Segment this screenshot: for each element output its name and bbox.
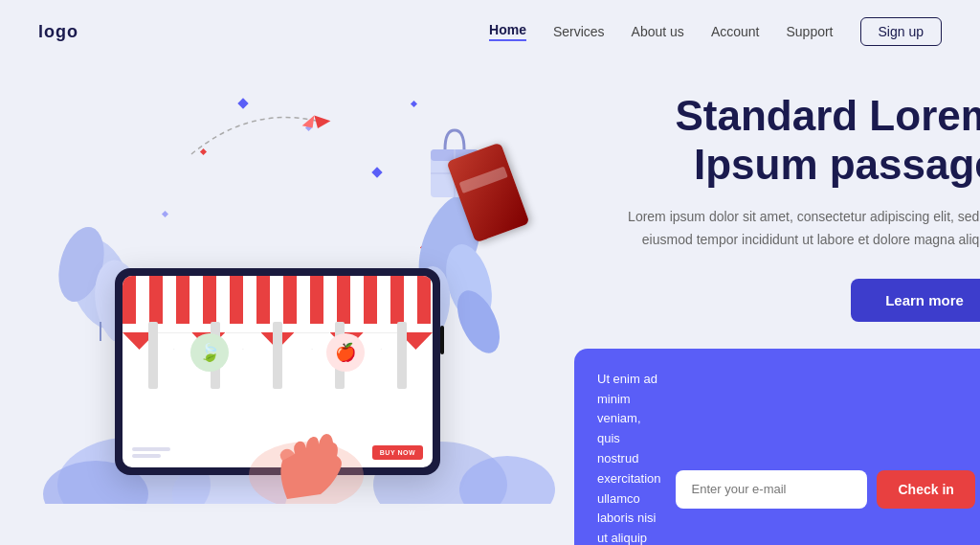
nav-home[interactable]: Home: [489, 22, 526, 41]
sparkle-6: [420, 244, 427, 251]
right-content: Standard Lorem Ipsum passage Lorem ipsum…: [536, 73, 980, 545]
nav-links: Home Services About us Account Support S…: [489, 17, 942, 46]
sparkle-3: [200, 148, 207, 155]
paper-plane-trail: [163, 97, 335, 173]
nav-line-2: [132, 454, 161, 458]
svg-marker-0: [314, 112, 331, 128]
email-form: Check in: [676, 470, 974, 509]
nav-about[interactable]: About us: [632, 24, 684, 39]
sparkle-1: [237, 98, 248, 108]
hand-illustration: [230, 408, 383, 504]
email-input[interactable]: [676, 470, 867, 509]
nav-support[interactable]: Support: [786, 24, 833, 39]
svg-point-3: [53, 222, 112, 307]
awning-stripes: [122, 276, 433, 324]
apple-product: 🍎: [326, 333, 365, 372]
tablet-device: 🍃 🍎 BUY NOW: [115, 268, 440, 475]
illustration-area: 🍃 🍎 BUY NOW: [38, 73, 536, 533]
nav-line-1: [132, 447, 170, 451]
hero-subtitle: Lorem ipsum dolor sit amet, consectetur …: [574, 206, 980, 252]
nav-services[interactable]: Services: [553, 24, 605, 39]
svg-point-7: [438, 239, 500, 329]
signup-button[interactable]: Sign up: [860, 17, 942, 46]
sparkle-7: [411, 101, 417, 107]
email-description: Ut enim ad minim veniam, quis nostrud ex…: [597, 370, 660, 545]
checkin-button[interactable]: Check in: [877, 470, 974, 509]
learn-more-button[interactable]: Learn more: [851, 279, 980, 322]
email-section: Ut enim ad minim veniam, quis nostrud ex…: [574, 349, 980, 545]
hero-title-line2: Ipsum passage: [694, 141, 980, 188]
leaf-product: 🍃: [190, 333, 229, 372]
credit-card: [446, 142, 529, 242]
sparkle-5: [162, 211, 168, 217]
main-content: 🍃 🍎 BUY NOW: [0, 63, 980, 541]
sparkle-2: [305, 125, 312, 131]
hero-title: Standard Lorem Ipsum passage: [574, 92, 980, 189]
tablet-button: [440, 326, 444, 354]
store-products: 🍃 🍎: [122, 333, 433, 372]
logo: logo: [38, 22, 78, 42]
store-lines: [132, 447, 170, 458]
navbar: logo Home Services About us Account Supp…: [0, 0, 980, 63]
svg-point-9: [449, 284, 508, 360]
sparkle-4: [371, 167, 382, 177]
hero-title-line1: Standard Lorem: [675, 92, 980, 139]
nav-account[interactable]: Account: [711, 24, 760, 39]
